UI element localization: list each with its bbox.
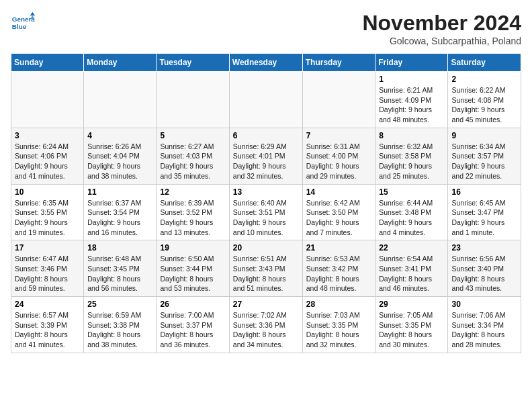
calendar-cell: 9Sunrise: 6:34 AM Sunset: 3:57 PM Daylig… — [448, 128, 521, 184]
calendar-week-5: 24Sunrise: 6:57 AM Sunset: 3:39 PM Dayli… — [11, 297, 521, 353]
day-info: Sunrise: 6:47 AM Sunset: 3:46 PM Dayligh… — [15, 254, 80, 293]
day-number: 1 — [379, 75, 444, 84]
calendar-cell: 11Sunrise: 6:37 AM Sunset: 3:54 PM Dayli… — [84, 184, 157, 240]
calendar-cell: 14Sunrise: 6:42 AM Sunset: 3:50 PM Dayli… — [302, 184, 375, 240]
day-number: 18 — [87, 243, 152, 253]
logo: General Blue — [11, 11, 35, 35]
day-number: 17 — [15, 243, 80, 253]
calendar-cell: 29Sunrise: 7:05 AM Sunset: 3:35 PM Dayli… — [375, 297, 448, 353]
calendar-cell: 1Sunrise: 6:21 AM Sunset: 4:09 PM Daylig… — [375, 72, 448, 128]
calendar-cell: 20Sunrise: 6:51 AM Sunset: 3:43 PM Dayli… — [229, 240, 302, 297]
weekday-header-sunday: Sunday — [11, 54, 84, 72]
day-number: 7 — [306, 131, 372, 140]
day-info: Sunrise: 6:51 AM Sunset: 3:43 PM Dayligh… — [233, 254, 299, 293]
day-info: Sunrise: 6:48 AM Sunset: 3:45 PM Dayligh… — [87, 254, 152, 293]
day-number: 10 — [15, 187, 80, 197]
calendar-cell: 30Sunrise: 7:06 AM Sunset: 3:34 PM Dayli… — [448, 297, 521, 353]
day-info: Sunrise: 6:29 AM Sunset: 4:01 PM Dayligh… — [233, 142, 299, 181]
day-number: 22 — [379, 243, 444, 253]
weekday-header-tuesday: Tuesday — [157, 54, 229, 72]
day-number: 26 — [160, 300, 225, 309]
day-info: Sunrise: 6:59 AM Sunset: 3:38 PM Dayligh… — [87, 310, 152, 350]
calendar-cell: 3Sunrise: 6:24 AM Sunset: 4:06 PM Daylig… — [11, 128, 84, 184]
day-number: 16 — [451, 187, 517, 197]
calendar-week-1: 1Sunrise: 6:21 AM Sunset: 4:09 PM Daylig… — [11, 72, 521, 128]
svg-marker-2 — [30, 12, 35, 15]
page-header: General Blue November 2024 Golcowa, Subc… — [11, 11, 521, 46]
calendar-week-2: 3Sunrise: 6:24 AM Sunset: 4:06 PM Daylig… — [11, 128, 521, 184]
calendar-cell: 18Sunrise: 6:48 AM Sunset: 3:45 PM Dayli… — [84, 240, 157, 297]
day-number: 29 — [379, 300, 444, 309]
calendar-cell: 27Sunrise: 7:02 AM Sunset: 3:36 PM Dayli… — [229, 297, 302, 353]
day-info: Sunrise: 6:42 AM Sunset: 3:50 PM Dayligh… — [306, 198, 372, 238]
day-info: Sunrise: 6:56 AM Sunset: 3:40 PM Dayligh… — [451, 254, 517, 293]
day-info: Sunrise: 7:02 AM Sunset: 3:36 PM Dayligh… — [233, 310, 299, 350]
day-number: 27 — [233, 300, 299, 309]
day-info: Sunrise: 6:53 AM Sunset: 3:42 PM Dayligh… — [306, 254, 372, 293]
day-number: 5 — [160, 131, 225, 140]
day-info: Sunrise: 6:57 AM Sunset: 3:39 PM Dayligh… — [15, 310, 80, 350]
calendar-cell — [84, 72, 157, 128]
logo-icon: General Blue — [11, 11, 35, 35]
day-number: 3 — [15, 131, 80, 140]
weekday-header-monday: Monday — [84, 54, 157, 72]
calendar-cell — [11, 72, 84, 128]
calendar-cell: 28Sunrise: 7:03 AM Sunset: 3:35 PM Dayli… — [302, 297, 375, 353]
calendar-cell: 8Sunrise: 6:32 AM Sunset: 3:58 PM Daylig… — [375, 128, 448, 184]
calendar-cell: 12Sunrise: 6:39 AM Sunset: 3:52 PM Dayli… — [157, 184, 229, 240]
day-number: 23 — [451, 243, 517, 253]
day-info: Sunrise: 6:44 AM Sunset: 3:48 PM Dayligh… — [379, 198, 444, 238]
calendar-cell: 15Sunrise: 6:44 AM Sunset: 3:48 PM Dayli… — [375, 184, 448, 240]
calendar-cell — [157, 72, 229, 128]
day-info: Sunrise: 7:06 AM Sunset: 3:34 PM Dayligh… — [451, 310, 517, 350]
day-number: 11 — [87, 187, 152, 197]
day-info: Sunrise: 6:21 AM Sunset: 4:09 PM Dayligh… — [379, 85, 444, 125]
day-number: 21 — [306, 243, 372, 253]
title-block: November 2024 Golcowa, Subcarpathia, Pol… — [362, 11, 521, 46]
day-number: 15 — [379, 187, 444, 197]
svg-text:General: General — [12, 15, 35, 23]
day-info: Sunrise: 6:54 AM Sunset: 3:41 PM Dayligh… — [379, 254, 444, 293]
day-number: 24 — [15, 300, 80, 309]
day-info: Sunrise: 6:32 AM Sunset: 3:58 PM Dayligh… — [379, 142, 444, 181]
calendar-cell: 4Sunrise: 6:26 AM Sunset: 4:04 PM Daylig… — [84, 128, 157, 184]
day-number: 13 — [233, 187, 299, 197]
calendar-cell: 13Sunrise: 6:40 AM Sunset: 3:51 PM Dayli… — [229, 184, 302, 240]
day-info: Sunrise: 6:26 AM Sunset: 4:04 PM Dayligh… — [87, 142, 152, 181]
calendar-cell: 25Sunrise: 6:59 AM Sunset: 3:38 PM Dayli… — [84, 297, 157, 353]
month-title: November 2024 — [362, 11, 521, 36]
day-number: 19 — [160, 243, 225, 253]
day-number: 6 — [233, 131, 299, 140]
day-number: 30 — [451, 300, 517, 309]
day-info: Sunrise: 6:45 AM Sunset: 3:47 PM Dayligh… — [451, 198, 517, 238]
calendar-cell — [229, 72, 302, 128]
weekday-header-thursday: Thursday — [302, 54, 375, 72]
calendar-week-3: 10Sunrise: 6:35 AM Sunset: 3:55 PM Dayli… — [11, 184, 521, 240]
weekday-header-friday: Friday — [375, 54, 448, 72]
calendar-week-4: 17Sunrise: 6:47 AM Sunset: 3:46 PM Dayli… — [11, 240, 521, 297]
weekday-header-saturday: Saturday — [448, 54, 521, 72]
day-info: Sunrise: 6:35 AM Sunset: 3:55 PM Dayligh… — [15, 198, 80, 238]
day-info: Sunrise: 6:37 AM Sunset: 3:54 PM Dayligh… — [87, 198, 152, 238]
calendar-header: SundayMondayTuesdayWednesdayThursdayFrid… — [11, 54, 521, 72]
calendar-cell: 6Sunrise: 6:29 AM Sunset: 4:01 PM Daylig… — [229, 128, 302, 184]
day-info: Sunrise: 6:22 AM Sunset: 4:08 PM Dayligh… — [451, 85, 517, 125]
day-info: Sunrise: 6:24 AM Sunset: 4:06 PM Dayligh… — [15, 142, 80, 181]
day-info: Sunrise: 6:34 AM Sunset: 3:57 PM Dayligh… — [451, 142, 517, 181]
calendar-cell: 16Sunrise: 6:45 AM Sunset: 3:47 PM Dayli… — [448, 184, 521, 240]
day-number: 2 — [451, 75, 517, 84]
day-info: Sunrise: 6:50 AM Sunset: 3:44 PM Dayligh… — [160, 254, 225, 293]
day-number: 9 — [451, 131, 517, 140]
day-number: 8 — [379, 131, 444, 140]
day-number: 4 — [87, 131, 152, 140]
day-info: Sunrise: 7:00 AM Sunset: 3:37 PM Dayligh… — [160, 310, 225, 350]
calendar-cell: 19Sunrise: 6:50 AM Sunset: 3:44 PM Dayli… — [157, 240, 229, 297]
day-info: Sunrise: 6:27 AM Sunset: 4:03 PM Dayligh… — [160, 142, 225, 181]
day-number: 12 — [160, 187, 225, 197]
day-number: 14 — [306, 187, 372, 197]
day-info: Sunrise: 7:05 AM Sunset: 3:35 PM Dayligh… — [379, 310, 444, 350]
calendar-cell: 5Sunrise: 6:27 AM Sunset: 4:03 PM Daylig… — [157, 128, 229, 184]
day-info: Sunrise: 7:03 AM Sunset: 3:35 PM Dayligh… — [306, 310, 372, 350]
calendar-cell: 21Sunrise: 6:53 AM Sunset: 3:42 PM Dayli… — [302, 240, 375, 297]
calendar-cell: 10Sunrise: 6:35 AM Sunset: 3:55 PM Dayli… — [11, 184, 84, 240]
